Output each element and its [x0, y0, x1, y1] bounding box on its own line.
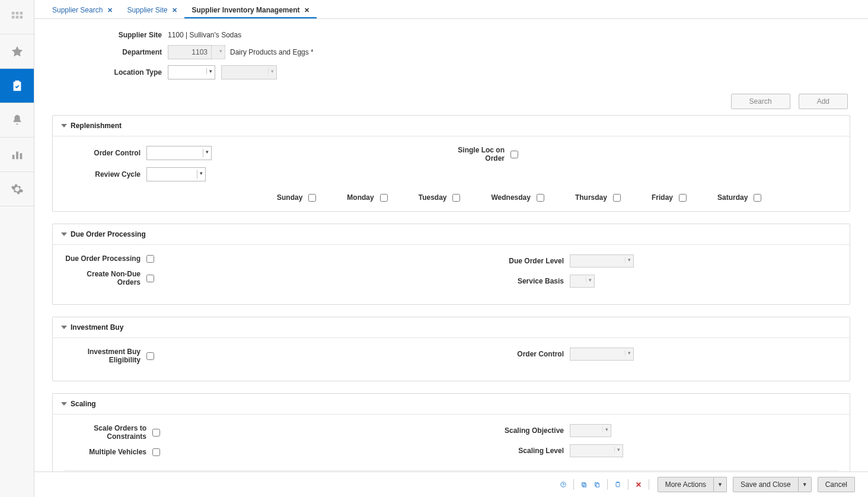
create-non-due-checkbox[interactable] [146, 275, 154, 282]
inv-order-control-select[interactable] [570, 348, 634, 361]
collapse-icon[interactable] [61, 402, 67, 406]
collapse-icon[interactable] [61, 232, 67, 236]
location-type-select[interactable] [168, 65, 215, 79]
panel-title: Due Order Processing [71, 230, 146, 238]
cancel-button[interactable]: Cancel [818, 477, 855, 492]
label-service-basis: Service Basis [451, 277, 570, 285]
label-due-order-level: Due Order Level [451, 257, 570, 265]
paste-icon[interactable] [612, 479, 623, 490]
save-and-close-button[interactable]: Save and Close [733, 477, 799, 492]
saturday-checkbox[interactable] [754, 194, 761, 202]
wednesday-checkbox[interactable] [537, 194, 544, 202]
svg-rect-9 [16, 151, 18, 159]
svg-rect-18 [617, 482, 618, 483]
svg-rect-13 [582, 483, 585, 486]
tab-label: Supplier Inventory Management [192, 6, 299, 14]
friday-checkbox[interactable] [679, 194, 687, 202]
department-description: Dairy Products and Eggs * [230, 48, 314, 56]
svg-rect-0 [11, 11, 14, 14]
delete-icon[interactable] [633, 479, 644, 490]
svg-text:?: ? [562, 483, 564, 486]
label-location-type: Location Type [64, 68, 168, 77]
label-tuesday: Tuesday [419, 193, 447, 202]
tab-supplier-site[interactable]: Supplier Site ✕ [120, 1, 184, 18]
panel-title: Scaling [71, 400, 96, 408]
multiple-vehicles-checkbox[interactable] [152, 448, 160, 456]
thursday-checkbox[interactable] [613, 194, 621, 202]
svg-rect-8 [12, 155, 14, 159]
footer-bar: ? More Actions ▼ Save and Cl [34, 471, 868, 497]
label-single-loc: Single Loc on Order [451, 146, 510, 163]
department-input[interactable]: 1103 [168, 45, 212, 59]
label-friday: Friday [652, 193, 673, 202]
apps-icon[interactable] [0, 0, 34, 34]
svg-rect-1 [15, 11, 18, 14]
tab-bar: Supplier Search ✕ Supplier Site ✕ Suppli… [34, 0, 868, 19]
gear-icon[interactable] [0, 172, 34, 206]
svg-rect-4 [15, 15, 18, 18]
collapse-icon[interactable] [61, 326, 67, 329]
chart-icon[interactable] [0, 138, 34, 172]
tab-supplier-inventory-management[interactable]: Supplier Inventory Management ✕ [184, 1, 317, 18]
tab-label: Supplier Search [52, 6, 103, 14]
service-basis-select[interactable] [570, 275, 595, 288]
left-nav [0, 0, 34, 497]
due-order-processing-checkbox[interactable] [146, 255, 154, 263]
review-cycle-select[interactable] [146, 167, 206, 181]
order-control-select[interactable] [146, 146, 212, 160]
tuesday-checkbox[interactable] [452, 194, 460, 202]
close-icon[interactable]: ✕ [107, 7, 113, 14]
more-actions-caret[interactable]: ▼ [714, 477, 727, 492]
label-investment-buy-eligibility: Investment Buy Eligibility [63, 348, 146, 364]
attach-icon[interactable] [579, 479, 589, 490]
close-icon[interactable]: ✕ [304, 7, 309, 14]
panel-investment-buy: Investment Buy Investment Buy Eligibilit… [52, 317, 850, 381]
more-actions-button[interactable]: More Actions [658, 477, 714, 492]
clipboard-icon[interactable] [0, 69, 34, 103]
label-department: Department [64, 48, 168, 56]
label-scale-orders: Scale Orders to Constraints [63, 424, 152, 441]
label-review-cycle: Review Cycle [63, 170, 146, 179]
svg-rect-3 [11, 15, 14, 18]
label-monday: Monday [347, 193, 374, 202]
scale-orders-checkbox[interactable] [152, 429, 160, 437]
bell-icon[interactable] [0, 103, 34, 138]
tab-supplier-search[interactable]: Supplier Search ✕ [45, 1, 120, 18]
svg-rect-5 [20, 15, 23, 18]
due-order-level-select[interactable] [570, 254, 634, 267]
svg-rect-17 [616, 482, 620, 487]
label-multiple-vehicles: Multiple Vehicles [63, 448, 152, 456]
scaling-objective-select[interactable] [570, 424, 611, 437]
svg-rect-2 [20, 11, 23, 14]
panel-title: Replenishment [71, 122, 122, 130]
label-scaling-level: Scaling Level [451, 447, 570, 455]
svg-rect-10 [20, 153, 22, 159]
close-icon[interactable]: ✕ [172, 7, 177, 14]
location-lov[interactable] [221, 65, 277, 79]
add-button[interactable]: Add [799, 94, 848, 109]
scaling-level-select[interactable] [570, 444, 623, 457]
star-icon[interactable] [0, 34, 34, 69]
label-inv-order-control: Order Control [451, 350, 570, 358]
department-lov[interactable] [211, 45, 225, 59]
label-saturday: Saturday [717, 193, 748, 202]
search-button[interactable]: Search [731, 94, 790, 109]
filter-form: Supplier Site 1100 | Sullivan's Sodas De… [52, 19, 850, 94]
help-icon[interactable]: ? [558, 479, 569, 490]
save-caret[interactable]: ▼ [799, 477, 812, 492]
label-scaling-objective: Scaling Objective [451, 426, 570, 435]
monday-checkbox[interactable] [380, 194, 388, 202]
investment-buy-eligibility-checkbox[interactable] [146, 352, 154, 360]
label-supplier-site: Supplier Site [64, 31, 168, 39]
single-loc-checkbox[interactable] [510, 151, 518, 158]
svg-rect-6 [13, 81, 21, 91]
sunday-checkbox[interactable] [308, 194, 316, 202]
collapse-icon[interactable] [61, 124, 67, 128]
panel-title: Investment Buy [71, 323, 123, 332]
label-sunday: Sunday [277, 193, 302, 202]
svg-rect-14 [583, 483, 586, 487]
label-order-control: Order Control [63, 149, 146, 157]
svg-rect-7 [15, 80, 19, 82]
panel-due-order-processing: Due Order Processing Due Order Processin… [52, 224, 850, 305]
copy-icon[interactable] [592, 479, 602, 490]
